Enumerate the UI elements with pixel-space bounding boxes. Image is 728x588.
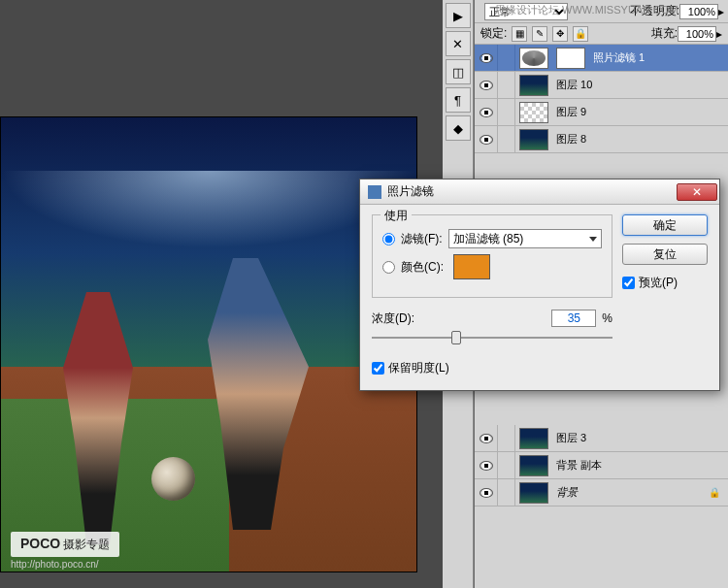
tool-play-icon[interactable]: ▶ (446, 3, 471, 28)
stadium-lights (1, 171, 416, 248)
layer-name[interactable]: 图层 10 (556, 78, 592, 92)
color-radio[interactable] (382, 261, 395, 274)
document-canvas[interactable]: POCO 摄影专题 http://photo.poco.cn/ (0, 116, 417, 572)
filter-radio-label[interactable]: 滤镜(F): (401, 231, 443, 247)
color-swatch[interactable] (453, 254, 490, 279)
layer-10[interactable]: 图层 10 (475, 72, 728, 99)
slider-track-line (372, 337, 612, 339)
color-radio-label[interactable]: 颜色(C): (401, 259, 444, 276)
layer-thumb[interactable] (519, 455, 548, 476)
layer-thumb[interactable] (519, 129, 548, 150)
layer-name[interactable]: 照片滤镜 1 (593, 50, 645, 65)
layer-name[interactable]: 图层 8 (556, 132, 586, 147)
layer-thumb[interactable] (519, 428, 548, 449)
reset-button[interactable]: 复位 (622, 244, 708, 265)
lock-badge-icon: 🔒 (709, 487, 720, 498)
lock-pixels-icon[interactable]: ✎ (532, 26, 547, 42)
lock-fill-row: 锁定: ▦ ✎ ✥ 🔒 填充: ▸ (475, 23, 728, 45)
tool-slice-icon[interactable]: ◫ (446, 59, 471, 84)
use-fieldset: 使用 滤镜(F): 加温滤镜 (85) 颜色(C): (372, 214, 612, 298)
site-watermark: 思缘设计论坛 WWW.MISSYUAN.COM (495, 3, 678, 17)
tool-shape-icon[interactable]: ◆ (446, 115, 471, 141)
layer-photo-filter-1[interactable]: 照片滤镜 1 (475, 45, 728, 72)
layer-background[interactable]: 背景 🔒 (475, 479, 728, 506)
tool-paragraph-icon[interactable]: ¶ (446, 87, 471, 113)
filter-radio[interactable] (382, 233, 395, 245)
density-slider[interactable] (372, 329, 612, 346)
opacity-caret-icon[interactable]: ▸ (718, 5, 724, 18)
lock-label: 锁定: (480, 25, 507, 42)
visibility-eye-icon[interactable] (480, 53, 493, 63)
preserve-luminosity-checkbox[interactable] (372, 362, 384, 375)
layer-thumb[interactable] (519, 75, 548, 96)
photo-filter-dialog: 照片滤镜 ✕ 使用 滤镜(F): 加温滤镜 (85) 颜色(C): (359, 179, 720, 391)
fill-input[interactable] (678, 26, 716, 42)
adjustment-thumb-icon[interactable] (519, 48, 548, 69)
dialog-title: 照片滤镜 (387, 183, 434, 200)
layer-thumb[interactable] (519, 482, 548, 504)
layer-9[interactable]: 图层 9 (475, 99, 728, 126)
watermark-text: 摄影专题 (63, 538, 110, 551)
preserve-luminosity-label[interactable]: 保留明度(L) (388, 360, 449, 376)
layer-8[interactable]: 图层 8 (475, 126, 728, 153)
visibility-eye-icon[interactable] (480, 108, 493, 117)
layer-thumb[interactable] (519, 102, 548, 123)
density-unit: % (602, 311, 612, 325)
layer-name[interactable]: 图层 9 (556, 105, 586, 119)
dialog-titlebar[interactable]: 照片滤镜 ✕ (360, 180, 719, 205)
density-label: 浓度(D): (372, 310, 414, 327)
layer-name[interactable]: 背景 副本 (556, 458, 602, 473)
filter-dropdown[interactable]: 加温滤镜 (85) (448, 229, 602, 248)
tool-wand-icon[interactable]: ✕ (446, 31, 471, 56)
close-button[interactable]: ✕ (677, 183, 717, 201)
filter-dropdown-value: 加温滤镜 (85) (453, 231, 524, 247)
slider-thumb[interactable] (451, 331, 461, 344)
preview-checkbox[interactable] (622, 277, 635, 289)
visibility-eye-icon[interactable] (480, 81, 493, 90)
use-legend: 使用 (381, 208, 412, 224)
layer-name[interactable]: 图层 3 (556, 431, 586, 445)
layer-3[interactable]: 图层 3 (475, 425, 728, 452)
watermark-brand: POCO (20, 536, 60, 551)
visibility-eye-icon[interactable] (480, 434, 493, 443)
preview-label[interactable]: 预览(P) (639, 275, 678, 291)
opacity-input[interactable] (679, 4, 718, 19)
fill-label: 填充: (651, 25, 678, 42)
watermark-url: http://photo.poco.cn/ (11, 559, 99, 570)
close-icon: ✕ (692, 185, 702, 199)
ok-button[interactable]: 确定 (622, 214, 708, 236)
soccer-ball (151, 457, 195, 501)
mask-thumb-icon[interactable] (556, 48, 585, 69)
dialog-app-icon (368, 185, 381, 199)
lock-all-icon[interactable]: 🔒 (573, 26, 588, 42)
visibility-eye-icon[interactable] (480, 135, 493, 145)
lock-transparency-icon[interactable]: ▦ (512, 26, 527, 42)
fill-caret-icon[interactable]: ▸ (716, 27, 722, 41)
visibility-eye-icon[interactable] (480, 461, 493, 471)
poco-watermark: POCO 摄影专题 (11, 532, 119, 557)
density-input[interactable] (551, 310, 596, 327)
layer-name[interactable]: 背景 (556, 485, 578, 500)
lock-position-icon[interactable]: ✥ (552, 26, 568, 42)
layer-background-copy[interactable]: 背景 副本 (475, 452, 728, 479)
dropdown-caret-icon (589, 237, 597, 242)
visibility-eye-icon[interactable] (480, 488, 493, 498)
